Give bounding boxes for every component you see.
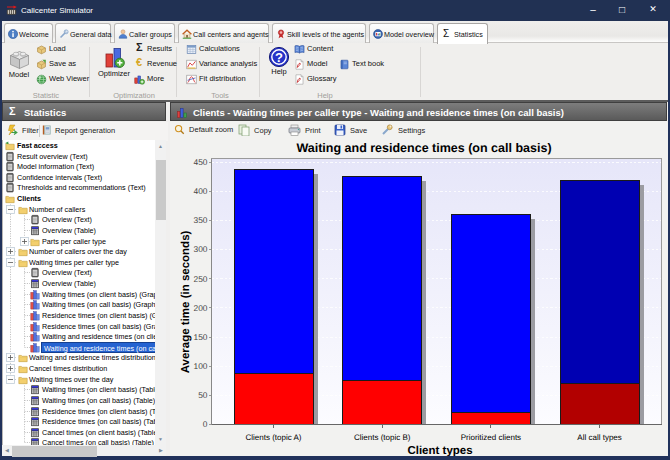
svg-text:50: 50 <box>198 390 208 400</box>
svg-text:100: 100 <box>194 361 208 371</box>
svg-text:All call types: All call types <box>577 433 621 442</box>
svg-text:Prioritized clients: Prioritized clients <box>461 433 521 442</box>
svg-text:?: ? <box>275 50 283 65</box>
svg-text:0: 0 <box>203 419 208 429</box>
svg-text:Waiting and residence times (o: Waiting and residence times (on call bas… <box>296 141 551 155</box>
svg-text:Clients (topic B): Clients (topic B) <box>354 433 411 442</box>
svg-text:250: 250 <box>194 274 208 284</box>
svg-text:400: 400 <box>194 186 208 196</box>
svg-text:150: 150 <box>194 332 208 342</box>
svg-text:Average time (in seconds): Average time (in seconds) <box>180 230 192 373</box>
svg-text:300: 300 <box>194 244 208 254</box>
svg-text:Clients (topic A): Clients (topic A) <box>245 433 301 442</box>
svg-text:450: 450 <box>194 157 208 167</box>
svg-text:200: 200 <box>194 303 208 313</box>
svg-text:350: 350 <box>194 215 208 225</box>
svg-text:Client types: Client types <box>407 445 472 457</box>
